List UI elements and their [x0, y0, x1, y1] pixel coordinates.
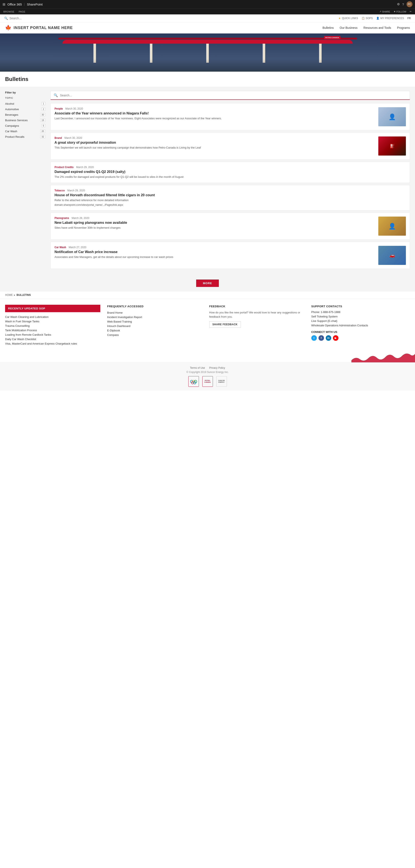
page-nav[interactable]: PAGE: [19, 10, 25, 13]
filter-campaigns[interactable]: Campaigns 5: [5, 123, 46, 128]
linkedin-icon[interactable]: in: [326, 335, 331, 341]
filter-alcohol-label: Alcohol: [5, 102, 14, 105]
follow-icon: ★: [393, 10, 396, 13]
footer-support: SUPPORT CONTACTS Phone: 1-888-675-1888 S…: [308, 305, 410, 346]
breadcrumb: HOME ▸ BULLETINS: [0, 291, 415, 299]
bulletin-img-carwash: 🚗: [378, 246, 406, 265]
star-icon: ★: [338, 17, 341, 20]
filter-carwash-label: Car Wash: [5, 130, 17, 133]
support-item-2[interactable]: Live Support (E-chat): [311, 319, 407, 322]
bulletin-image-2: ⛽: [378, 136, 406, 156]
bulletin-title-5[interactable]: New Labatt spring planograms now availab…: [55, 221, 375, 225]
bulletin-desc-6: Associates and Site Managers, get all th…: [55, 255, 375, 259]
my-preferences-action[interactable]: 👤 MY PREFERENCES: [376, 17, 404, 20]
browse-nav[interactable]: BROWSE: [3, 10, 14, 13]
bulletin-title-4[interactable]: House of Horvath discontinued filtered l…: [55, 193, 406, 197]
filter-product-recalls[interactable]: Product Recalls 32: [5, 134, 46, 140]
more-button[interactable]: MORE: [196, 280, 219, 287]
bulletin-card-1: People March 30, 2020 Associate of the Y…: [51, 103, 410, 130]
filter-alcohol[interactable]: Alcohol 1: [5, 101, 46, 106]
nav-programs[interactable]: Programs: [397, 26, 410, 29]
bulletin-search-input[interactable]: [60, 94, 407, 97]
footer-frequently-accessed: FREQUENTLY ACCESSED Brand Home Incident …: [104, 305, 206, 346]
bulletin-category-1: People: [55, 107, 63, 110]
footer-sop-item-0[interactable]: Car Wash Cleaning and Lubrication: [5, 315, 100, 319]
breadcrumb-home[interactable]: HOME: [5, 293, 13, 297]
follow-action[interactable]: ★ FOLLOW: [393, 10, 406, 13]
main-content: Filter by TOPIC Alcohol 1 Automotive 2 B…: [0, 87, 415, 275]
footer-freq-item-2[interactable]: Web Based Training: [107, 319, 202, 324]
bulletin-link-4[interactable]: domain.sharepoint.com/sites/portal_name/…: [55, 204, 406, 207]
filter-business-services-count: 19: [40, 119, 46, 122]
footer-sop-item-1[interactable]: Wash in Fuel Storage Tanks: [5, 319, 100, 323]
filter-list: Alcohol 1 Automotive 2 Beverages 30 Busi…: [5, 101, 46, 140]
support-item-3[interactable]: Wholesale Operations Administration Cont…: [311, 324, 407, 327]
search-input[interactable]: [9, 17, 52, 20]
filter-carwash[interactable]: Car Wash 20: [5, 128, 46, 134]
filter-business-services[interactable]: Business Services 19: [5, 117, 46, 123]
connect-title: CONNECT WITH US: [311, 330, 407, 334]
footer-freq-title: FREQUENTLY ACCESSED: [107, 305, 202, 308]
footer-freq-item-4[interactable]: E-Dipbook: [107, 328, 202, 333]
page-header: Bulletins: [0, 72, 415, 87]
bulletin-title-1[interactable]: Associate of the Year winners announced …: [55, 112, 375, 115]
edit-action[interactable]: ✏: [410, 10, 412, 13]
share-feedback-button[interactable]: SHARE FEEDBACK: [209, 321, 241, 328]
bulletin-desc-1: Last December, I announced our Associate…: [55, 117, 375, 120]
footer-sop-item-6[interactable]: Visa, MasterCard and American Express Ch…: [5, 341, 100, 346]
bulletin-content-5: Planograms March 28, 2020 New Labatt spr…: [55, 217, 375, 230]
footer-sop-item-5[interactable]: Daily Car Wash Checklist: [5, 337, 100, 341]
bulletin-category-4: Tobacco: [55, 189, 65, 192]
footer-sections: RECENTLY UPDATED SOP Car Wash Cleaning a…: [0, 299, 415, 352]
quick-links-action[interactable]: ★ QUICK LINKS: [338, 17, 358, 20]
bulletin-img-person1: 👤: [378, 107, 406, 126]
search-bar: 🔍 ★ QUICK LINKS 📋 SOPS 👤 MY PREFERENCES …: [0, 14, 415, 22]
bulletin-date-6: March 27, 2020: [69, 246, 86, 249]
facebook-icon[interactable]: f: [319, 335, 324, 341]
help-icon[interactable]: ?: [402, 3, 404, 6]
avatar[interactable]: PC: [407, 1, 412, 7]
footer-feedback: FEEDBACK How do you like the new portal?…: [206, 305, 308, 346]
bulletin-desc-4: Refer to the attached reference for more…: [55, 198, 406, 202]
bulletin-title-2[interactable]: A great story of purposeful innovation: [55, 141, 375, 145]
bulletin-content-3: Product Credits March 29, 2020 Damaged e…: [55, 166, 406, 179]
brand-title: INSERT PORTAL NAME HERE: [13, 26, 73, 30]
support-item-1[interactable]: Self Ticketing System: [311, 315, 407, 318]
footer-sop-item-2[interactable]: Trauma Counselling: [5, 323, 100, 328]
bulletin-title-3[interactable]: Damaged expired credits Q1-Q2 2019 (salt…: [55, 170, 406, 174]
footer-freq-item-0[interactable]: Brand Home: [107, 310, 202, 315]
bulletin-card-2: Brand March 30, 2020 A great story of pu…: [51, 132, 410, 160]
footer-sop-item-3[interactable]: Tank Mobilization Process: [5, 328, 100, 333]
footer-freq-item-1[interactable]: Incident Investigation Report: [107, 315, 202, 319]
footer-freq-item-5[interactable]: Compass: [107, 333, 202, 337]
footer-sop-item-4[interactable]: Loading from Remote Cardlock Tanks: [5, 333, 100, 337]
twitter-icon[interactable]: t: [311, 335, 317, 341]
filter-title: Filter by: [5, 91, 46, 94]
nav-resources[interactable]: Resources and Tools: [363, 26, 391, 29]
nav-our-business[interactable]: Our Business: [340, 26, 358, 29]
youtube-icon[interactable]: ▶: [333, 335, 338, 341]
grid-icon[interactable]: ⊞: [3, 2, 5, 6]
topic-label: TOPIC: [5, 97, 46, 99]
nav-bulletins[interactable]: Bulletins: [323, 26, 334, 29]
filter-beverages[interactable]: Beverages 30: [5, 112, 46, 117]
top-bar: ⊞ Office 365 | SharePoint ⚙ ? PC: [0, 0, 415, 8]
footer-feedback-text: How do you like the new portal? We would…: [209, 310, 304, 319]
bulletin-desc-2: This September we will launch our new ad…: [55, 146, 375, 150]
share-icon: ↗: [379, 10, 381, 13]
privacy-link[interactable]: Privacy Policy: [209, 366, 225, 369]
language-toggle[interactable]: FR: [407, 17, 411, 20]
share-action[interactable]: ↗ SHARE: [379, 10, 390, 13]
sops-icon: 📋: [361, 17, 365, 20]
bulletin-card-3: Product Credits March 29, 2020 Damaged e…: [51, 162, 410, 183]
footer-sop-list: Car Wash Cleaning and Lubrication Wash i…: [5, 315, 100, 346]
settings-icon[interactable]: ⚙: [397, 2, 400, 6]
brand-logo: 🍁 INSERT PORTAL NAME HERE: [5, 25, 73, 31]
footer-freq-item-3[interactable]: Intouch Dashboard: [107, 324, 202, 328]
brand-nav-links: Bulletins Our Business Resources and Too…: [323, 26, 410, 29]
filter-automotive[interactable]: Automotive 2: [5, 106, 46, 112]
terms-link[interactable]: Terms of Use: [190, 366, 205, 369]
bulletin-img-gas: ⛽: [378, 136, 406, 156]
sops-action[interactable]: 📋 SOPS: [361, 17, 373, 20]
bulletin-title-6[interactable]: Notification of Car Wash price increase: [55, 250, 375, 254]
